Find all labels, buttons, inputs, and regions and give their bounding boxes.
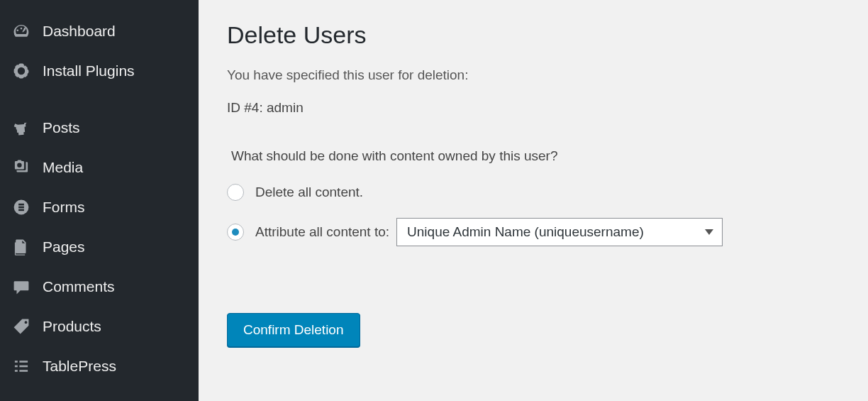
- intro-text: You have specified this user for deletio…: [227, 67, 840, 83]
- svg-rect-2: [18, 207, 24, 209]
- svg-rect-3: [18, 209, 24, 212]
- sidebar-item-label: Dashboard: [43, 23, 116, 40]
- sidebar-item-comments[interactable]: Comments: [0, 267, 199, 307]
- sidebar-item-posts[interactable]: Posts: [0, 108, 199, 148]
- sidebar-item-label: Pages: [43, 238, 85, 256]
- user-line: ID #4: admin: [227, 100, 840, 116]
- comment-icon: [11, 277, 31, 297]
- svg-rect-4: [15, 361, 18, 363]
- svg-rect-8: [15, 370, 18, 372]
- sidebar-item-label: Install Plugins: [43, 62, 135, 79]
- svg-rect-1: [18, 204, 24, 206]
- sidebar-item-label: TablePress: [43, 358, 116, 375]
- sidebar-item-dashboard[interactable]: Dashboard: [0, 11, 199, 51]
- svg-rect-9: [19, 370, 28, 372]
- confirm-deletion-button[interactable]: Confirm Deletion: [227, 313, 360, 347]
- radio-delete-all[interactable]: [227, 184, 244, 201]
- tag-icon: [11, 317, 31, 336]
- pin-icon: [11, 118, 31, 138]
- sidebar-item-forms[interactable]: Forms: [0, 187, 199, 227]
- radio-delete-label: Delete all content.: [255, 185, 363, 200]
- pages-icon: [11, 237, 31, 257]
- dashboard-icon: [11, 21, 31, 41]
- svg-rect-6: [15, 366, 18, 368]
- admin-sidebar: Dashboard Install Plugins Posts Media Fo…: [0, 0, 199, 401]
- radio-attribute[interactable]: [227, 224, 244, 241]
- gear-icon: [11, 61, 31, 81]
- content-question: What should be done with content owned b…: [231, 148, 840, 164]
- chevron-down-icon: [705, 229, 713, 235]
- svg-rect-5: [19, 361, 28, 363]
- sidebar-item-products[interactable]: Products: [0, 307, 199, 346]
- main-content: Delete Users You have specified this use…: [199, 0, 868, 401]
- forms-icon: [11, 197, 31, 217]
- sidebar-item-media[interactable]: Media: [0, 148, 199, 187]
- media-icon: [11, 158, 31, 177]
- option-delete-row: Delete all content.: [227, 184, 840, 201]
- list-icon: [11, 356, 31, 376]
- sidebar-item-pages[interactable]: Pages: [0, 227, 199, 267]
- sidebar-item-label: Media: [43, 159, 83, 176]
- attribute-user-select[interactable]: Unique Admin Name (uniqueusername): [396, 218, 723, 246]
- sidebar-item-label: Products: [43, 318, 101, 335]
- sidebar-item-install-plugins[interactable]: Install Plugins: [0, 51, 199, 91]
- svg-rect-7: [19, 366, 28, 368]
- sidebar-item-label: Posts: [43, 119, 80, 136]
- page-title: Delete Users: [227, 21, 840, 49]
- option-attribute-row: Attribute all content to: Unique Admin N…: [227, 218, 840, 246]
- sidebar-item-label: Comments: [43, 278, 115, 295]
- sidebar-item-tablepress[interactable]: TablePress: [0, 346, 199, 386]
- radio-attribute-label: Attribute all content to:: [255, 224, 389, 240]
- sidebar-item-label: Forms: [43, 199, 85, 216]
- select-value: Unique Admin Name (uniqueusername): [407, 224, 644, 239]
